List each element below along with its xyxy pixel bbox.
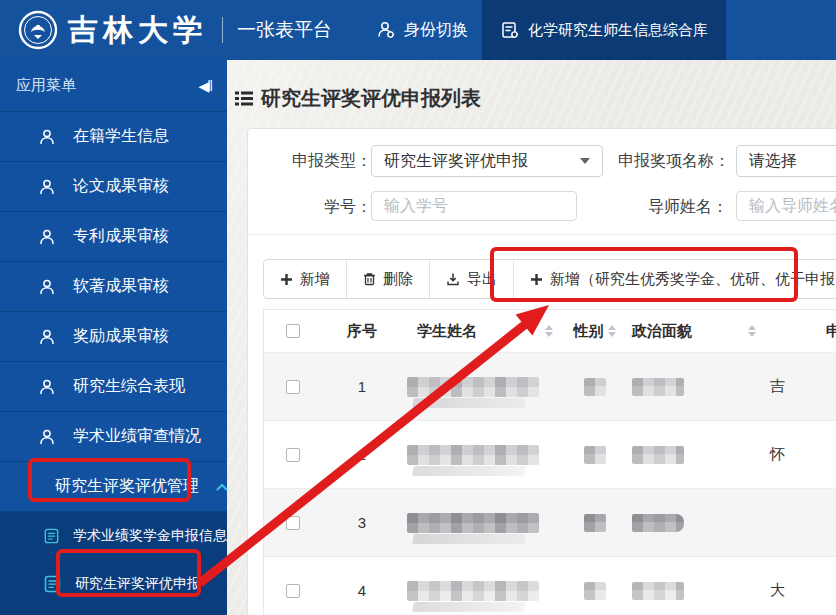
sort-icon	[545, 325, 553, 337]
redacted-politics	[632, 582, 684, 600]
row-checkbox[interactable]	[286, 516, 300, 530]
filter-separator	[248, 234, 836, 235]
active-app-tab[interactable]: 化学研究生师生信息综合库	[482, 0, 726, 60]
submenu-item-scholarship-info[interactable]: 学术业绩奖学金申报信息	[0, 512, 227, 560]
student-id-input[interactable]	[371, 191, 577, 221]
sidebar-item-enrolled-students[interactable]: 在籍学生信息	[0, 111, 227, 161]
redacted-gender	[584, 582, 606, 600]
table-header-row: 序号 学生姓名 性别 政治面貌 申	[264, 310, 836, 352]
person-icon	[38, 128, 56, 146]
add-button-label: 新增	[300, 270, 330, 289]
page-title-text: 研究生评奖评优申报列表	[261, 85, 481, 112]
export-icon	[446, 272, 460, 286]
table-row: 2 怀	[264, 420, 836, 488]
list-icon	[235, 91, 253, 106]
sidebar-item-label: 学术业绩审查情况	[73, 426, 201, 447]
add-button[interactable]: 新增	[264, 260, 346, 298]
row-index: 2	[322, 446, 402, 463]
person-icon	[38, 178, 56, 196]
report-type-select[interactable]: 研究生评奖评优申报	[371, 145, 603, 177]
person-icon	[38, 378, 56, 396]
sidebar-item-award-review[interactable]: 奖励成果审核	[0, 311, 227, 361]
person-gear-icon	[376, 20, 396, 40]
main-content: 研究生评奖评优申报列表 申报类型： 研究生评奖评优申报 申报奖项名称： 请选择 …	[227, 60, 836, 615]
data-table: 序号 学生姓名 性别 政治面貌 申 1	[263, 309, 836, 615]
trash-icon	[363, 272, 376, 286]
topbar-divider	[222, 17, 223, 43]
sidebar-item-patent-review[interactable]: 专利成果审核	[0, 211, 227, 261]
person-icon	[38, 428, 56, 446]
collapse-sidebar-button[interactable]: ◀‖	[198, 78, 211, 94]
sidebar-item-paper-review[interactable]: 论文成果审核	[0, 161, 227, 211]
submenu-item-label: 学术业绩奖学金申报信息	[73, 527, 227, 545]
filter-label-award-name: 申报奖项名称：	[618, 151, 728, 172]
row-checkbox[interactable]	[286, 380, 300, 394]
redacted-gender	[584, 514, 606, 532]
active-app-label: 化学研究生师生信息综合库	[528, 21, 708, 40]
column-student-name[interactable]: 学生姓名	[402, 322, 567, 341]
select-all-checkbox[interactable]	[286, 324, 300, 338]
chevron-up-icon	[216, 483, 228, 491]
redacted-gender	[584, 446, 606, 464]
library-gear-icon	[500, 20, 520, 40]
redacted-politics	[632, 378, 684, 396]
redacted-politics	[632, 446, 684, 464]
row-index: 1	[322, 378, 402, 395]
column-politics[interactable]: 政治面貌	[622, 322, 762, 341]
row-checkbox[interactable]	[286, 448, 300, 462]
sidebar-item-label: 专利成果审核	[73, 226, 169, 247]
redacted-student-name	[407, 445, 539, 465]
sidebar-item-label: 软著成果审核	[73, 276, 169, 297]
sidebar-item-label: 论文成果审核	[73, 176, 169, 197]
sidebar-item-label: 奖励成果审核	[73, 326, 169, 347]
sidebar-header-label: 应用菜单	[16, 76, 76, 95]
column-clipped: 申	[762, 322, 836, 341]
add-special-button[interactable]: 新增（研究生优秀奖学金、优研、优干申报）	[513, 260, 836, 298]
redacted-student-name	[407, 581, 539, 601]
sidebar-item-label: 在籍学生信息	[73, 126, 169, 147]
row-index: 3	[322, 514, 402, 531]
person-icon	[38, 278, 56, 296]
caret-down-icon	[580, 158, 590, 164]
redacted-politics	[632, 514, 684, 532]
sidebar-item-academic-audit[interactable]: 学术业绩审查情况	[0, 411, 227, 461]
filter-label-tutor-name: 导师姓名：	[618, 197, 728, 218]
submenu-item-award-application[interactable]: 研究生评奖评优申报	[0, 560, 227, 608]
submenu-item-label: 研究生评奖评优申报	[75, 575, 201, 593]
plus-icon	[280, 273, 293, 286]
row-checkbox[interactable]	[286, 584, 300, 598]
filter-label-student-id: 学号：	[286, 197, 372, 218]
row-index: 4	[322, 582, 402, 599]
topbar: 吉林大学 一张表平台 身份切换 化学研究生师生信息综合库	[0, 0, 836, 60]
sidebar-item-software-review[interactable]: 软著成果审核	[0, 261, 227, 311]
row-edge-text: 大	[762, 581, 836, 600]
sidebar-item-label: 研究生综合表现	[73, 376, 185, 397]
toolbar: 新增 删除 导出 新增（研究生优秀奖学金、优研、优干申报）	[263, 259, 836, 299]
table-row: 4 大	[264, 556, 836, 615]
sidebar-item-label: 研究生评奖评优管理	[55, 476, 199, 497]
content-card: 申报类型： 研究生评奖评优申报 申报奖项名称： 请选择 学号： 导师姓名： 新增…	[247, 128, 836, 615]
filter-label-report-type: 申报类型：	[286, 151, 372, 172]
table-row: 1 吉	[264, 352, 836, 420]
delete-button-label: 删除	[383, 270, 413, 289]
redacted-student-name	[407, 513, 539, 533]
export-button[interactable]: 导出	[429, 260, 513, 298]
identity-switch-button[interactable]: 身份切换	[376, 20, 468, 41]
report-type-value: 研究生评奖评优申报	[384, 151, 572, 172]
delete-button[interactable]: 删除	[346, 260, 429, 298]
university-seal-icon	[18, 10, 58, 50]
checklist-icon	[44, 527, 59, 545]
sidebar-item-award-management[interactable]: 研究生评奖评优管理	[0, 461, 227, 511]
award-name-select[interactable]: 请选择	[736, 145, 836, 177]
sidebar-header: 应用菜单 ◀‖	[0, 60, 227, 111]
tutor-name-input[interactable]	[736, 191, 836, 221]
person-icon	[38, 228, 56, 246]
column-index: 序号	[322, 322, 402, 341]
person-icon	[38, 328, 56, 346]
redacted-student-name	[407, 377, 539, 397]
sort-icon	[748, 325, 756, 337]
sidebar-item-overall-performance[interactable]: 研究生综合表现	[0, 361, 227, 411]
column-gender[interactable]: 性别	[567, 322, 622, 341]
sort-icon	[608, 325, 616, 337]
add-special-button-label: 新增（研究生优秀奖学金、优研、优干申报）	[550, 270, 836, 289]
